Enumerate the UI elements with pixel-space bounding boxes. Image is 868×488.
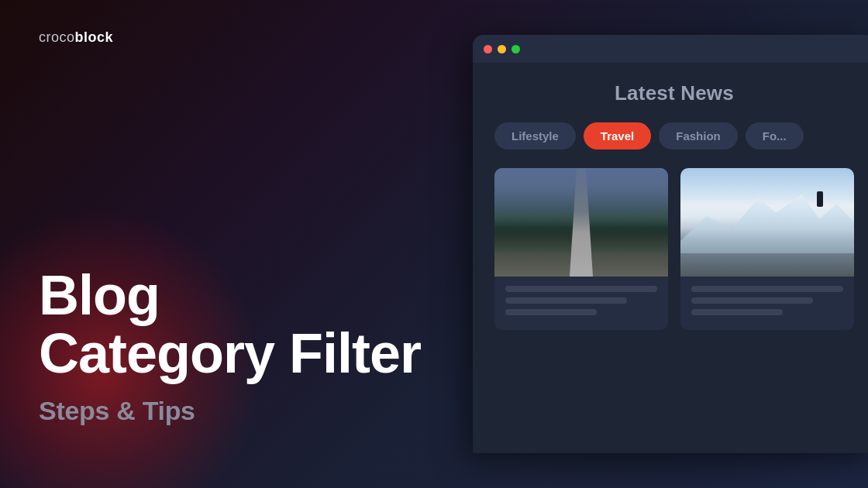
browser-titlebar [473,35,868,63]
cards-grid [494,168,854,330]
tab-lifestyle[interactable]: Lifestyle [494,122,576,149]
card-road [494,168,668,330]
browser-mockup: Latest News Lifestyle Travel Fashion Fo.… [473,35,868,453]
card-snow [680,168,854,330]
section-title: Latest News [494,81,854,105]
card-line [691,309,783,315]
card-line [691,297,813,304]
card-line [505,286,657,292]
card-line [505,309,597,315]
dot-red [484,45,492,53]
left-content: BlogCategory Filter Steps & Tips [39,266,421,426]
card-line [691,286,843,292]
main-title: BlogCategory Filter [39,266,421,383]
dot-green [512,45,520,53]
tab-travel[interactable]: Travel [584,122,651,149]
background: crocoblock BlogCategory Filter Steps & T… [0,0,868,488]
card-road-image [494,168,668,277]
card-line [505,297,627,304]
logo-croco: croco [39,29,75,46]
subtitle: Steps & Tips [39,396,421,426]
tab-fashion[interactable]: Fashion [659,122,738,149]
card-road-body [494,277,668,330]
card-snow-image [680,168,854,277]
browser-content: Latest News Lifestyle Travel Fashion Fo.… [473,63,868,345]
logo-block: block [75,29,114,46]
filter-tabs: Lifestyle Travel Fashion Fo... [494,122,854,149]
dot-yellow [498,45,506,53]
tab-more[interactable]: Fo... [746,122,804,149]
card-snow-body [680,277,854,330]
logo: crocoblock [39,29,113,46]
